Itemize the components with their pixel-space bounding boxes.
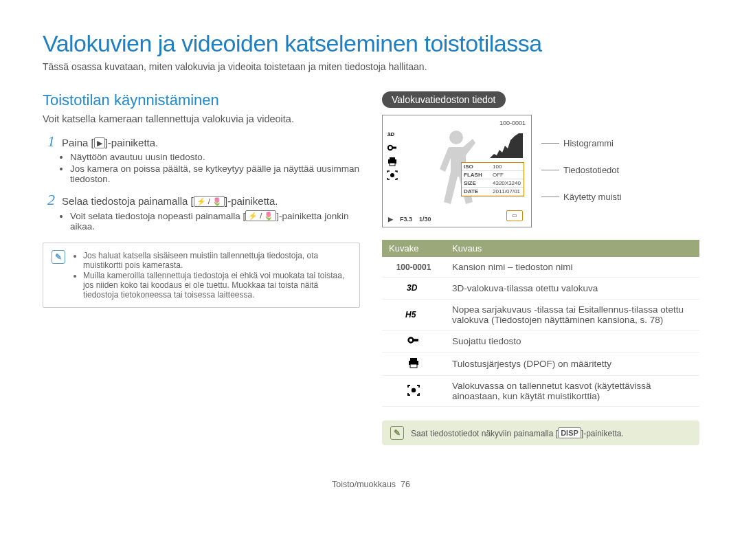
legend-desc: Nopea sarjakuvaus -tilassa tai Esitallen… [445, 300, 699, 331]
step-number: 2 [43, 192, 55, 208]
list-item: Näyttöön avautuu uusin tiedosto. [70, 152, 360, 162]
svg-rect-13 [410, 364, 417, 368]
svg-text:3D: 3D [387, 131, 394, 137]
text-fragment: Voit selata tiedostoja nopeasti painamal… [70, 211, 245, 221]
intro-text: Tässä osassa kuvataan, miten valokuvia j… [43, 61, 699, 72]
left-column: Toistotilan käynnistäminen Voit katsella… [43, 91, 360, 445]
list-item: Voit selata tiedostoja nopeasti painamal… [70, 210, 360, 232]
callout-label: Tiedostotiedot [563, 165, 619, 175]
diagram-row: 100-0001 3D ISO [382, 115, 699, 227]
screen-left-icons: 3D [387, 129, 398, 180]
callout-line [541, 170, 559, 170]
nav-buttons-icon: ⚡ / 🌷 [194, 196, 225, 207]
tip-bar: ✎ Saat tiedostotiedot näkyviin painamall… [382, 421, 699, 445]
printer-icon [387, 157, 398, 166]
info-value: 4320X3240 [491, 179, 524, 188]
info-label: ISO [462, 163, 491, 171]
step-1: 1 Paina [▶]-painiketta. [43, 134, 360, 149]
play-mode-icon: ▶ [388, 216, 393, 223]
table-row: 100-0001 Kansion nimi – tiedoston nimi [382, 257, 699, 278]
callout-histogram: Histogrammi [541, 138, 622, 148]
svg-point-14 [412, 388, 416, 392]
two-column-layout: Toistotilan käynnistäminen Voit katsella… [43, 91, 699, 445]
lock-icon [387, 143, 398, 153]
disp-button-icon: DISP [558, 427, 581, 438]
printer-icon [382, 352, 445, 376]
lock-icon [382, 331, 445, 352]
section-pill: Valokuvatiedoston tiedot [382, 91, 506, 108]
text-fragment: Paina [ [62, 137, 94, 148]
table-row: H5 Nopea sarjakuvaus -tilassa tai Esital… [382, 300, 699, 331]
note-list: Jos haluat katsella sisäiseen muistiin t… [72, 250, 351, 300]
table-header-icon: Kuvake [382, 240, 445, 257]
svg-text:H5: H5 [405, 310, 416, 319]
svg-text:3D: 3D [407, 283, 418, 292]
burst-icon: H5 [382, 300, 445, 331]
legend-desc: 3D-valokuva-tilassa otettu valokuva [445, 278, 699, 300]
info-label: DATE [462, 188, 491, 196]
nav-buttons-icon: ⚡ / 🌷 [245, 210, 276, 221]
right-column: Valokuvatiedoston tiedot 100-0001 3D [382, 91, 699, 445]
footer-page-number: 76 [401, 480, 410, 489]
camera-screen-diagram: 100-0001 3D ISO [382, 115, 532, 227]
face-detect-icon [387, 170, 398, 180]
legend-desc: Suojattu tiedosto [445, 331, 699, 352]
info-value: OFF [491, 171, 524, 179]
diagram-callouts: Histogrammi Tiedostotiedot Käytetty muis… [541, 115, 622, 202]
list-item: Jos kamera on poissa päältä, se kytkeyty… [70, 164, 360, 184]
legend-icon-folderid: 100-0001 [382, 257, 445, 278]
memory-icon: ▭ [506, 210, 523, 221]
step-2: 2 Selaa tiedostoja painamalla [⚡ / 🌷]-pa… [43, 192, 360, 208]
step-number: 1 [43, 134, 55, 149]
info-label: SIZE [462, 179, 491, 188]
svg-rect-10 [412, 339, 418, 341]
callout-memory: Käytetty muisti [541, 192, 622, 202]
table-row: Tulostusjärjestys (DPOF) on määritetty [382, 352, 699, 376]
info-label: FLASH [462, 171, 491, 179]
callout-line [541, 197, 559, 197]
page-title: Valokuvien ja videoiden katseleminen toi… [43, 30, 699, 57]
page-footer: Toisto/muokkaus 76 [43, 480, 699, 489]
table-row: Valokuvassa on tallennetut kasvot (käyte… [382, 376, 699, 407]
note-icon: ✎ [390, 426, 404, 440]
text-fragment: ]-painiketta. [581, 429, 624, 438]
svg-point-6 [390, 173, 394, 177]
svg-rect-4 [390, 157, 395, 159]
footer-section: Toisto/muokkaus [332, 480, 396, 489]
3d-icon: 3D [382, 278, 445, 300]
text-fragment: ]-painiketta. [225, 195, 278, 207]
step-1-bullets: Näyttöön avautuu uusin tiedosto. Jos kam… [70, 152, 360, 184]
callout-label: Käytetty muisti [563, 192, 622, 202]
svg-rect-2 [392, 147, 396, 149]
list-item: Jos haluat katsella sisäiseen muistiin t… [83, 251, 351, 270]
step-text: Paina [▶]-painiketta. [62, 137, 158, 148]
callout-label: Histogrammi [563, 138, 614, 148]
callout-fileinfo: Tiedostotiedot [541, 165, 622, 175]
note-icon: ✎ [52, 250, 65, 264]
svg-rect-5 [390, 163, 395, 166]
info-value: 2011/07/01 [491, 188, 524, 196]
text-fragment: ]-painiketta. [105, 137, 159, 148]
table-header-desc: Kuvaus [445, 240, 699, 257]
shutter-value: 1/30 [419, 216, 431, 223]
page: Valokuvien ja videoiden katseleminen toi… [0, 0, 742, 508]
table-row: 3D 3D-valokuva-tilassa otettu valokuva [382, 278, 699, 300]
list-item: Muilla kameroilla tallennettuja tiedosto… [83, 271, 351, 300]
histogram-graphic [490, 133, 523, 158]
play-button-icon: ▶ [94, 137, 105, 148]
icon-legend-table: Kuvake Kuvaus 100-0001 Kansion nimi – ti… [382, 240, 699, 407]
file-info-box: ISO100 FLASHOFF SIZE4320X3240 DATE2011/0… [461, 162, 524, 197]
section-subhead: Toistotilan käynnistäminen [43, 91, 360, 109]
text-fragment: Saat tiedostotiedot näkyviin painamalla … [411, 429, 558, 438]
folder-id-label: 100-0001 [499, 120, 526, 126]
text-fragment: Selaa tiedostoja painamalla [ [62, 195, 194, 207]
step-2-bullets: Voit selata tiedostoja nopeasti painamal… [70, 210, 360, 232]
screen-bottom-bar: ▶ F3.3 1/30 [388, 216, 431, 223]
legend-desc: Valokuvassa on tallennetut kasvot (käyte… [445, 376, 699, 407]
svg-rect-12 [410, 358, 417, 361]
aperture-value: F3.3 [400, 216, 412, 223]
3d-icon: 3D [387, 129, 398, 139]
note-box: ✎ Jos haluat katsella sisäiseen muistiin… [43, 243, 360, 308]
section-lead: Voit katsella kameraan tallennettuja val… [43, 113, 360, 124]
tip-text: Saat tiedostotiedot näkyviin painamalla … [411, 427, 624, 438]
